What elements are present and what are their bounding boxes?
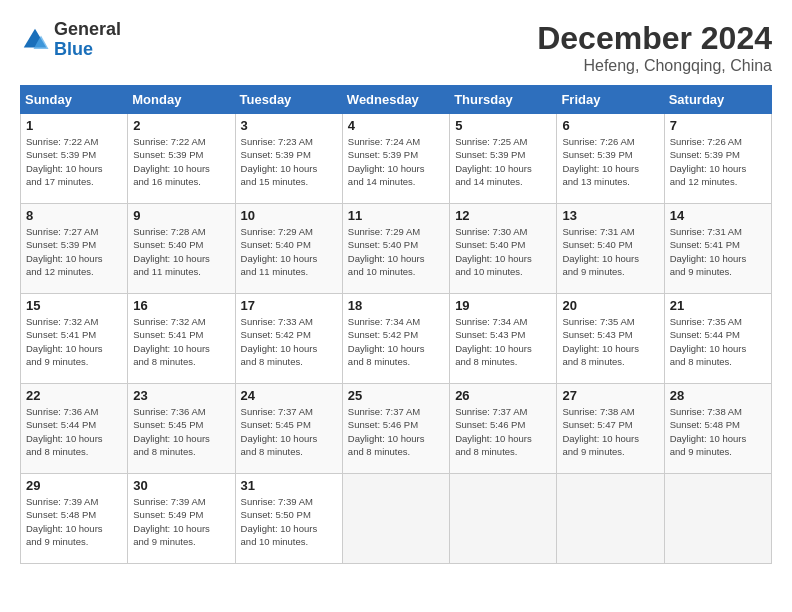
day-cell: 29Sunrise: 7:39 AM Sunset: 5:48 PM Dayli…: [21, 474, 128, 564]
day-number: 23: [133, 388, 229, 403]
day-info: Sunrise: 7:39 AM Sunset: 5:48 PM Dayligh…: [26, 495, 122, 548]
day-info: Sunrise: 7:26 AM Sunset: 5:39 PM Dayligh…: [670, 135, 766, 188]
day-cell: 5Sunrise: 7:25 AM Sunset: 5:39 PM Daylig…: [450, 114, 557, 204]
day-cell: 19Sunrise: 7:34 AM Sunset: 5:43 PM Dayli…: [450, 294, 557, 384]
day-info: Sunrise: 7:25 AM Sunset: 5:39 PM Dayligh…: [455, 135, 551, 188]
logo-line1: General: [54, 20, 121, 40]
day-cell: [557, 474, 664, 564]
logo-text: General Blue: [54, 20, 121, 60]
day-info: Sunrise: 7:31 AM Sunset: 5:40 PM Dayligh…: [562, 225, 658, 278]
day-info: Sunrise: 7:34 AM Sunset: 5:43 PM Dayligh…: [455, 315, 551, 368]
day-number: 24: [241, 388, 337, 403]
day-info: Sunrise: 7:31 AM Sunset: 5:41 PM Dayligh…: [670, 225, 766, 278]
day-info: Sunrise: 7:28 AM Sunset: 5:40 PM Dayligh…: [133, 225, 229, 278]
day-info: Sunrise: 7:32 AM Sunset: 5:41 PM Dayligh…: [133, 315, 229, 368]
day-number: 16: [133, 298, 229, 313]
weekday-header-saturday: Saturday: [664, 86, 771, 114]
day-cell: 25Sunrise: 7:37 AM Sunset: 5:46 PM Dayli…: [342, 384, 449, 474]
logo: General Blue: [20, 20, 121, 60]
day-info: Sunrise: 7:27 AM Sunset: 5:39 PM Dayligh…: [26, 225, 122, 278]
day-number: 14: [670, 208, 766, 223]
day-number: 5: [455, 118, 551, 133]
day-number: 10: [241, 208, 337, 223]
day-cell: 24Sunrise: 7:37 AM Sunset: 5:45 PM Dayli…: [235, 384, 342, 474]
week-row-4: 22Sunrise: 7:36 AM Sunset: 5:44 PM Dayli…: [21, 384, 772, 474]
day-info: Sunrise: 7:24 AM Sunset: 5:39 PM Dayligh…: [348, 135, 444, 188]
week-row-2: 8Sunrise: 7:27 AM Sunset: 5:39 PM Daylig…: [21, 204, 772, 294]
day-number: 9: [133, 208, 229, 223]
day-number: 4: [348, 118, 444, 133]
day-info: Sunrise: 7:30 AM Sunset: 5:40 PM Dayligh…: [455, 225, 551, 278]
logo-icon: [20, 25, 50, 55]
day-cell: 7Sunrise: 7:26 AM Sunset: 5:39 PM Daylig…: [664, 114, 771, 204]
day-number: 21: [670, 298, 766, 313]
day-cell: 30Sunrise: 7:39 AM Sunset: 5:49 PM Dayli…: [128, 474, 235, 564]
day-number: 11: [348, 208, 444, 223]
day-number: 1: [26, 118, 122, 133]
day-cell: 20Sunrise: 7:35 AM Sunset: 5:43 PM Dayli…: [557, 294, 664, 384]
week-row-5: 29Sunrise: 7:39 AM Sunset: 5:48 PM Dayli…: [21, 474, 772, 564]
day-number: 22: [26, 388, 122, 403]
weekday-header-row: SundayMondayTuesdayWednesdayThursdayFrid…: [21, 86, 772, 114]
day-info: Sunrise: 7:26 AM Sunset: 5:39 PM Dayligh…: [562, 135, 658, 188]
day-cell: [664, 474, 771, 564]
day-cell: 9Sunrise: 7:28 AM Sunset: 5:40 PM Daylig…: [128, 204, 235, 294]
weekday-header-tuesday: Tuesday: [235, 86, 342, 114]
day-cell: 26Sunrise: 7:37 AM Sunset: 5:46 PM Dayli…: [450, 384, 557, 474]
day-cell: 16Sunrise: 7:32 AM Sunset: 5:41 PM Dayli…: [128, 294, 235, 384]
day-cell: 8Sunrise: 7:27 AM Sunset: 5:39 PM Daylig…: [21, 204, 128, 294]
day-info: Sunrise: 7:32 AM Sunset: 5:41 PM Dayligh…: [26, 315, 122, 368]
weekday-header-wednesday: Wednesday: [342, 86, 449, 114]
day-info: Sunrise: 7:36 AM Sunset: 5:45 PM Dayligh…: [133, 405, 229, 458]
day-number: 13: [562, 208, 658, 223]
day-info: Sunrise: 7:22 AM Sunset: 5:39 PM Dayligh…: [133, 135, 229, 188]
day-number: 15: [26, 298, 122, 313]
day-cell: 23Sunrise: 7:36 AM Sunset: 5:45 PM Dayli…: [128, 384, 235, 474]
month-title: December 2024: [537, 20, 772, 57]
day-cell: 12Sunrise: 7:30 AM Sunset: 5:40 PM Dayli…: [450, 204, 557, 294]
day-info: Sunrise: 7:23 AM Sunset: 5:39 PM Dayligh…: [241, 135, 337, 188]
day-info: Sunrise: 7:36 AM Sunset: 5:44 PM Dayligh…: [26, 405, 122, 458]
day-cell: 15Sunrise: 7:32 AM Sunset: 5:41 PM Dayli…: [21, 294, 128, 384]
day-cell: 14Sunrise: 7:31 AM Sunset: 5:41 PM Dayli…: [664, 204, 771, 294]
day-info: Sunrise: 7:38 AM Sunset: 5:48 PM Dayligh…: [670, 405, 766, 458]
page-header: General Blue December 2024 Hefeng, Chong…: [20, 20, 772, 75]
day-info: Sunrise: 7:38 AM Sunset: 5:47 PM Dayligh…: [562, 405, 658, 458]
day-cell: 17Sunrise: 7:33 AM Sunset: 5:42 PM Dayli…: [235, 294, 342, 384]
week-row-3: 15Sunrise: 7:32 AM Sunset: 5:41 PM Dayli…: [21, 294, 772, 384]
day-number: 25: [348, 388, 444, 403]
day-cell: 28Sunrise: 7:38 AM Sunset: 5:48 PM Dayli…: [664, 384, 771, 474]
logo-line2: Blue: [54, 40, 121, 60]
day-info: Sunrise: 7:33 AM Sunset: 5:42 PM Dayligh…: [241, 315, 337, 368]
week-row-1: 1Sunrise: 7:22 AM Sunset: 5:39 PM Daylig…: [21, 114, 772, 204]
day-info: Sunrise: 7:37 AM Sunset: 5:46 PM Dayligh…: [348, 405, 444, 458]
weekday-header-sunday: Sunday: [21, 86, 128, 114]
calendar-table: SundayMondayTuesdayWednesdayThursdayFrid…: [20, 85, 772, 564]
day-info: Sunrise: 7:39 AM Sunset: 5:49 PM Dayligh…: [133, 495, 229, 548]
day-cell: 11Sunrise: 7:29 AM Sunset: 5:40 PM Dayli…: [342, 204, 449, 294]
day-cell: 6Sunrise: 7:26 AM Sunset: 5:39 PM Daylig…: [557, 114, 664, 204]
day-number: 29: [26, 478, 122, 493]
day-number: 2: [133, 118, 229, 133]
day-info: Sunrise: 7:37 AM Sunset: 5:46 PM Dayligh…: [455, 405, 551, 458]
day-number: 20: [562, 298, 658, 313]
day-info: Sunrise: 7:29 AM Sunset: 5:40 PM Dayligh…: [348, 225, 444, 278]
day-number: 31: [241, 478, 337, 493]
day-number: 28: [670, 388, 766, 403]
day-cell: 1Sunrise: 7:22 AM Sunset: 5:39 PM Daylig…: [21, 114, 128, 204]
day-number: 27: [562, 388, 658, 403]
day-info: Sunrise: 7:22 AM Sunset: 5:39 PM Dayligh…: [26, 135, 122, 188]
day-number: 18: [348, 298, 444, 313]
day-number: 7: [670, 118, 766, 133]
day-cell: 3Sunrise: 7:23 AM Sunset: 5:39 PM Daylig…: [235, 114, 342, 204]
weekday-header-thursday: Thursday: [450, 86, 557, 114]
day-cell: [450, 474, 557, 564]
day-number: 19: [455, 298, 551, 313]
day-cell: 22Sunrise: 7:36 AM Sunset: 5:44 PM Dayli…: [21, 384, 128, 474]
day-info: Sunrise: 7:35 AM Sunset: 5:44 PM Dayligh…: [670, 315, 766, 368]
day-cell: 13Sunrise: 7:31 AM Sunset: 5:40 PM Dayli…: [557, 204, 664, 294]
day-cell: 27Sunrise: 7:38 AM Sunset: 5:47 PM Dayli…: [557, 384, 664, 474]
day-number: 17: [241, 298, 337, 313]
day-info: Sunrise: 7:37 AM Sunset: 5:45 PM Dayligh…: [241, 405, 337, 458]
title-block: December 2024 Hefeng, Chongqing, China: [537, 20, 772, 75]
